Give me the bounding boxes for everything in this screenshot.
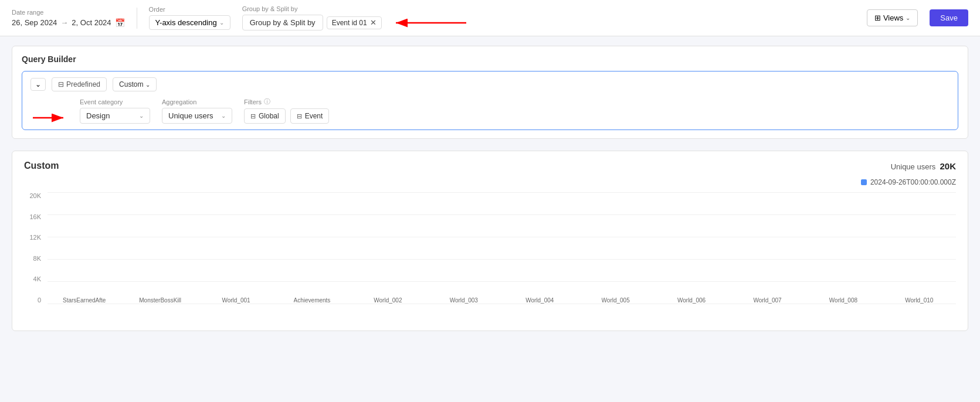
bar-group: World_002 [351,295,425,304]
bar-label: World_004 [525,297,554,304]
date-range-section: Date range 26, Sep 2024 → 2, Oct 2024 📅 [12,9,125,28]
chart-legend: 2024-09-26T00:00:00.000Z [24,178,956,186]
date-range-value[interactable]: 26, Sep 2024 → 2, Oct 2024 📅 [12,18,125,28]
bar-group: World_008 [806,295,880,304]
custom-chevron-icon: ⌄ [145,81,150,88]
query-row-top: ⌄ ⊟ Predefined Custom ⌄ [30,77,950,91]
bar-label: MonsterBossKill [139,297,181,304]
red-arrow-design-svg [33,112,68,124]
group-split-label: Group by & Split by [242,5,466,12]
global-filter-icon: ⊟ [250,113,256,120]
bar-label: World_003 [450,297,478,304]
bar-label: World_010 [905,297,933,304]
calendar-icon: 📅 [115,18,125,28]
order-chevron-icon: ⌄ [219,19,224,26]
global-filter-button[interactable]: ⊟ Global [244,108,286,124]
bar-group: World_001 [199,295,273,304]
aggregation-label: Aggregation [162,98,232,105]
bar-label: World_007 [753,297,781,304]
filter-buttons: ⊟ Global ⊟ Event [244,108,329,124]
y-label-0: 0 [38,297,41,304]
bar-group: StarsEarnedAfte [48,295,121,304]
group-split-button[interactable]: Group by & Split by [242,15,323,30]
aggregation-field: Aggregation Unique users ⌄ [162,98,232,124]
query-row: ⌄ ⊟ Predefined Custom ⌄ [22,71,958,130]
divider [137,8,137,29]
event-category-field: Event category Design ⌄ [80,98,150,124]
y-label-4k: 4K [33,275,41,282]
event-filter-icon: ⊟ [297,113,302,120]
bar-label: Achievements [294,297,331,304]
bar-label: World_008 [829,297,857,304]
chart-title: Custom [24,161,59,171]
bar-group: World_010 [883,295,956,304]
query-fields: Event category Design ⌄ Aggregation Uniq… [30,97,950,124]
filters-section: Filters ⓘ ⊟ Global ⊟ Event [244,97,329,124]
group-split-section: Group by & Split by Group by & Split by … [242,5,466,30]
aggregation-select[interactable]: Unique users ⌄ [162,108,232,124]
event-category-label: Event category [80,98,150,105]
views-button[interactable]: ⊞ Views ⌄ [867,9,918,26]
legend-dot-icon [861,179,867,185]
order-section: Order Y-axis descending ⌄ [149,6,230,30]
query-builder-title: Query Builder [22,54,958,64]
bar-label: World_005 [602,297,630,304]
y-label-12k: 12K [29,234,41,241]
top-bar: Date range 26, Sep 2024 → 2, Oct 2024 📅 … [0,0,980,36]
event-category-chevron-icon: ⌄ [139,113,144,119]
bar-label: StarsEarnedAfte [63,297,106,304]
date-range-label: Date range [12,9,125,16]
query-builder-section: Query Builder ⌄ ⊟ Predefined Custom ⌄ [12,46,968,139]
event-filter-button[interactable]: ⊟ Event [290,108,330,124]
y-label-16k: 16K [29,213,41,220]
event-category-value: Design [86,111,110,120]
bar-label: World_001 [222,297,250,304]
custom-label: Custom [119,80,143,88]
predefined-button[interactable]: ⊟ Predefined [52,77,107,91]
filters-label: Filters ⓘ [244,97,329,106]
event-filter-label: Event [305,112,323,120]
global-filter-label: Global [259,112,279,120]
group-split-area: Group by & Split by Event id 01 ✕ [242,15,466,30]
chart-bars: StarsEarnedAfteMonsterBossKillWorld_001A… [48,192,956,304]
date-start: 26, Sep 2024 [12,18,57,27]
views-label: Views [883,13,903,22]
y-label-20k: 20K [29,192,41,199]
order-label: Order [149,6,230,13]
bar-group: Achievements [275,295,348,304]
date-arrow: → [60,18,68,27]
y-label-8k: 8K [33,255,41,262]
custom-button[interactable]: Custom ⌄ [113,77,157,91]
chart-meta-label: Unique users [891,162,936,171]
bar-group: World_005 [579,295,652,304]
save-button[interactable]: Save [930,9,968,26]
bar-group: World_006 [655,295,728,304]
predefined-icon: ⊟ [58,80,64,88]
chart-meta: Unique users 20K [891,161,956,171]
legend-date: 2024-09-26T00:00:00.000Z [870,178,956,186]
predefined-label: Predefined [66,80,100,88]
event-tag-pill: Event id 01 ✕ [327,16,382,29]
tag-close-button[interactable]: ✕ [370,19,377,26]
main-content: Query Builder ⌄ ⊟ Predefined Custom ⌄ [0,36,980,340]
order-select[interactable]: Y-axis descending ⌄ [149,15,230,30]
aggregation-value: Unique users [168,111,213,120]
red-arrow-annotation [390,17,466,29]
bar-label: World_002 [374,297,402,304]
views-icon: ⊞ [874,13,881,22]
event-category-select[interactable]: Design ⌄ [80,108,150,124]
collapse-button[interactable]: ⌄ [30,78,46,91]
event-tag-label: Event id 01 [332,19,367,27]
y-axis: 20K 16K 12K 8K 4K 0 [24,192,45,304]
red-arrow-design [33,112,68,124]
bar-group: World_004 [503,295,577,304]
red-arrow-svg [390,17,466,29]
chart-section: Custom Unique users 20K 2024-09-26T00:00… [12,151,968,331]
bar-label: World_006 [677,297,706,304]
filters-label-text: Filters [244,98,262,105]
views-chevron-icon: ⌄ [906,15,910,21]
info-icon: ⓘ [264,97,270,106]
order-value: Y-axis descending [155,18,217,27]
bar-group: World_003 [427,295,500,304]
chart-header: Custom Unique users 20K [24,161,956,171]
